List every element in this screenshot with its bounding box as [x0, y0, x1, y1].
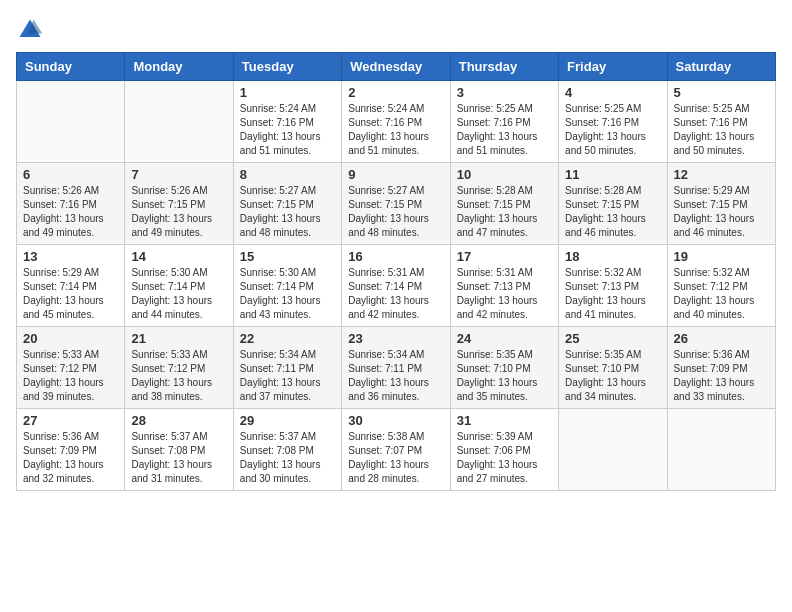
day-number: 16 — [348, 249, 443, 264]
calendar-cell: 6Sunrise: 5:26 AM Sunset: 7:16 PM Daylig… — [17, 163, 125, 245]
day-info: Sunrise: 5:28 AM Sunset: 7:15 PM Dayligh… — [565, 184, 660, 240]
calendar-cell: 7Sunrise: 5:26 AM Sunset: 7:15 PM Daylig… — [125, 163, 233, 245]
calendar-table: SundayMondayTuesdayWednesdayThursdayFrid… — [16, 52, 776, 491]
day-info: Sunrise: 5:25 AM Sunset: 7:16 PM Dayligh… — [674, 102, 769, 158]
day-info: Sunrise: 5:31 AM Sunset: 7:14 PM Dayligh… — [348, 266, 443, 322]
calendar-cell: 20Sunrise: 5:33 AM Sunset: 7:12 PM Dayli… — [17, 327, 125, 409]
day-info: Sunrise: 5:32 AM Sunset: 7:13 PM Dayligh… — [565, 266, 660, 322]
day-info: Sunrise: 5:34 AM Sunset: 7:11 PM Dayligh… — [240, 348, 335, 404]
calendar-cell: 11Sunrise: 5:28 AM Sunset: 7:15 PM Dayli… — [559, 163, 667, 245]
calendar-cell — [667, 409, 775, 491]
calendar-cell: 5Sunrise: 5:25 AM Sunset: 7:16 PM Daylig… — [667, 81, 775, 163]
logo — [16, 16, 48, 44]
day-number: 31 — [457, 413, 552, 428]
day-number: 15 — [240, 249, 335, 264]
day-info: Sunrise: 5:32 AM Sunset: 7:12 PM Dayligh… — [674, 266, 769, 322]
day-info: Sunrise: 5:30 AM Sunset: 7:14 PM Dayligh… — [131, 266, 226, 322]
weekday-header: Friday — [559, 53, 667, 81]
weekday-header: Saturday — [667, 53, 775, 81]
day-number: 26 — [674, 331, 769, 346]
calendar-cell: 12Sunrise: 5:29 AM Sunset: 7:15 PM Dayli… — [667, 163, 775, 245]
day-number: 5 — [674, 85, 769, 100]
day-info: Sunrise: 5:27 AM Sunset: 7:15 PM Dayligh… — [240, 184, 335, 240]
day-number: 28 — [131, 413, 226, 428]
calendar-cell: 25Sunrise: 5:35 AM Sunset: 7:10 PM Dayli… — [559, 327, 667, 409]
calendar-cell: 16Sunrise: 5:31 AM Sunset: 7:14 PM Dayli… — [342, 245, 450, 327]
day-number: 9 — [348, 167, 443, 182]
calendar-cell — [17, 81, 125, 163]
calendar-cell — [559, 409, 667, 491]
day-info: Sunrise: 5:37 AM Sunset: 7:08 PM Dayligh… — [240, 430, 335, 486]
calendar-cell: 22Sunrise: 5:34 AM Sunset: 7:11 PM Dayli… — [233, 327, 341, 409]
day-number: 4 — [565, 85, 660, 100]
day-info: Sunrise: 5:37 AM Sunset: 7:08 PM Dayligh… — [131, 430, 226, 486]
day-info: Sunrise: 5:33 AM Sunset: 7:12 PM Dayligh… — [23, 348, 118, 404]
page-header — [16, 16, 776, 44]
weekday-header: Monday — [125, 53, 233, 81]
weekday-header: Sunday — [17, 53, 125, 81]
day-info: Sunrise: 5:35 AM Sunset: 7:10 PM Dayligh… — [457, 348, 552, 404]
calendar-cell: 10Sunrise: 5:28 AM Sunset: 7:15 PM Dayli… — [450, 163, 558, 245]
calendar-cell: 26Sunrise: 5:36 AM Sunset: 7:09 PM Dayli… — [667, 327, 775, 409]
day-number: 24 — [457, 331, 552, 346]
day-info: Sunrise: 5:33 AM Sunset: 7:12 PM Dayligh… — [131, 348, 226, 404]
day-info: Sunrise: 5:34 AM Sunset: 7:11 PM Dayligh… — [348, 348, 443, 404]
calendar-week-row: 27Sunrise: 5:36 AM Sunset: 7:09 PM Dayli… — [17, 409, 776, 491]
calendar-cell: 18Sunrise: 5:32 AM Sunset: 7:13 PM Dayli… — [559, 245, 667, 327]
day-number: 22 — [240, 331, 335, 346]
calendar-week-row: 1Sunrise: 5:24 AM Sunset: 7:16 PM Daylig… — [17, 81, 776, 163]
day-number: 8 — [240, 167, 335, 182]
day-number: 2 — [348, 85, 443, 100]
day-info: Sunrise: 5:38 AM Sunset: 7:07 PM Dayligh… — [348, 430, 443, 486]
day-number: 18 — [565, 249, 660, 264]
calendar-week-row: 20Sunrise: 5:33 AM Sunset: 7:12 PM Dayli… — [17, 327, 776, 409]
calendar-header-row: SundayMondayTuesdayWednesdayThursdayFrid… — [17, 53, 776, 81]
calendar-week-row: 13Sunrise: 5:29 AM Sunset: 7:14 PM Dayli… — [17, 245, 776, 327]
day-info: Sunrise: 5:36 AM Sunset: 7:09 PM Dayligh… — [23, 430, 118, 486]
calendar-cell: 21Sunrise: 5:33 AM Sunset: 7:12 PM Dayli… — [125, 327, 233, 409]
day-number: 21 — [131, 331, 226, 346]
day-info: Sunrise: 5:26 AM Sunset: 7:16 PM Dayligh… — [23, 184, 118, 240]
day-info: Sunrise: 5:24 AM Sunset: 7:16 PM Dayligh… — [240, 102, 335, 158]
day-number: 10 — [457, 167, 552, 182]
day-info: Sunrise: 5:39 AM Sunset: 7:06 PM Dayligh… — [457, 430, 552, 486]
calendar-cell: 29Sunrise: 5:37 AM Sunset: 7:08 PM Dayli… — [233, 409, 341, 491]
day-number: 25 — [565, 331, 660, 346]
day-number: 23 — [348, 331, 443, 346]
calendar-cell: 28Sunrise: 5:37 AM Sunset: 7:08 PM Dayli… — [125, 409, 233, 491]
day-number: 29 — [240, 413, 335, 428]
weekday-header: Thursday — [450, 53, 558, 81]
day-number: 12 — [674, 167, 769, 182]
calendar-cell: 1Sunrise: 5:24 AM Sunset: 7:16 PM Daylig… — [233, 81, 341, 163]
day-info: Sunrise: 5:30 AM Sunset: 7:14 PM Dayligh… — [240, 266, 335, 322]
day-number: 27 — [23, 413, 118, 428]
calendar-cell — [125, 81, 233, 163]
calendar-cell: 13Sunrise: 5:29 AM Sunset: 7:14 PM Dayli… — [17, 245, 125, 327]
calendar-cell: 19Sunrise: 5:32 AM Sunset: 7:12 PM Dayli… — [667, 245, 775, 327]
day-number: 14 — [131, 249, 226, 264]
calendar-cell: 23Sunrise: 5:34 AM Sunset: 7:11 PM Dayli… — [342, 327, 450, 409]
day-number: 7 — [131, 167, 226, 182]
logo-icon — [16, 16, 44, 44]
calendar-cell: 9Sunrise: 5:27 AM Sunset: 7:15 PM Daylig… — [342, 163, 450, 245]
calendar-cell: 27Sunrise: 5:36 AM Sunset: 7:09 PM Dayli… — [17, 409, 125, 491]
day-number: 20 — [23, 331, 118, 346]
day-info: Sunrise: 5:26 AM Sunset: 7:15 PM Dayligh… — [131, 184, 226, 240]
day-info: Sunrise: 5:36 AM Sunset: 7:09 PM Dayligh… — [674, 348, 769, 404]
weekday-header: Wednesday — [342, 53, 450, 81]
calendar-week-row: 6Sunrise: 5:26 AM Sunset: 7:16 PM Daylig… — [17, 163, 776, 245]
day-number: 30 — [348, 413, 443, 428]
day-info: Sunrise: 5:35 AM Sunset: 7:10 PM Dayligh… — [565, 348, 660, 404]
day-info: Sunrise: 5:24 AM Sunset: 7:16 PM Dayligh… — [348, 102, 443, 158]
calendar-cell: 15Sunrise: 5:30 AM Sunset: 7:14 PM Dayli… — [233, 245, 341, 327]
day-info: Sunrise: 5:25 AM Sunset: 7:16 PM Dayligh… — [457, 102, 552, 158]
calendar-cell: 8Sunrise: 5:27 AM Sunset: 7:15 PM Daylig… — [233, 163, 341, 245]
day-info: Sunrise: 5:29 AM Sunset: 7:14 PM Dayligh… — [23, 266, 118, 322]
calendar-cell: 3Sunrise: 5:25 AM Sunset: 7:16 PM Daylig… — [450, 81, 558, 163]
calendar-cell: 4Sunrise: 5:25 AM Sunset: 7:16 PM Daylig… — [559, 81, 667, 163]
day-number: 17 — [457, 249, 552, 264]
day-number: 3 — [457, 85, 552, 100]
calendar-cell: 30Sunrise: 5:38 AM Sunset: 7:07 PM Dayli… — [342, 409, 450, 491]
weekday-header: Tuesday — [233, 53, 341, 81]
day-info: Sunrise: 5:29 AM Sunset: 7:15 PM Dayligh… — [674, 184, 769, 240]
